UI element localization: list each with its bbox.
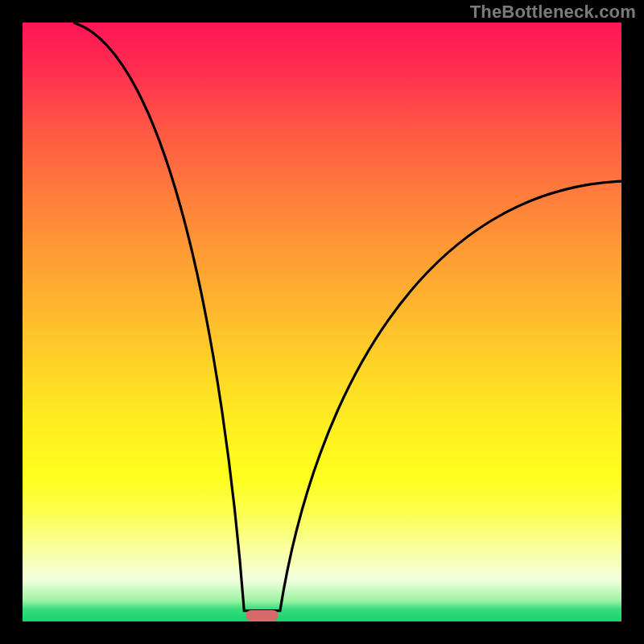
optimum-marker — [246, 610, 279, 621]
plot-area — [23, 23, 621, 621]
chart-frame: TheBottleneck.com — [0, 0, 644, 644]
bottleneck-curve — [23, 23, 621, 621]
watermark-text: TheBottleneck.com — [470, 2, 636, 23]
